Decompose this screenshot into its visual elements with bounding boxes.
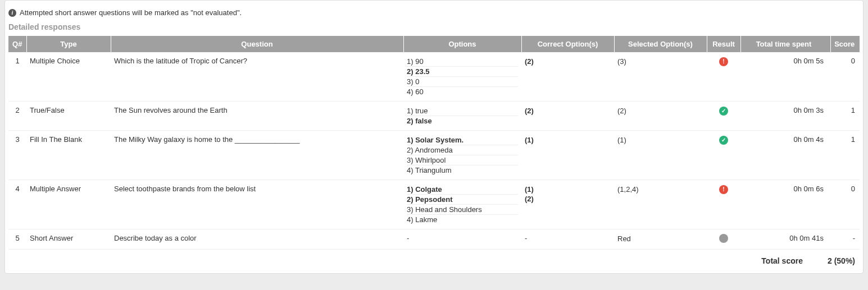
cell-options: - [403, 229, 521, 250]
responses-panel: i Attempted short answer questions will … [4, 0, 864, 274]
header-qnum: Q# [8, 36, 26, 52]
table-row: 1Multiple ChoiceWhich is the latitude of… [8, 52, 860, 102]
total-score-label: Total score [761, 256, 803, 265]
cell-question: Which is the latitude of Tropic of Cance… [111, 52, 403, 102]
header-type: Type [26, 36, 111, 52]
cell-correct: (1)(2) [521, 180, 614, 229]
exclamation-icon: ! [719, 185, 728, 194]
cell-time: 0h 0m 3s [740, 102, 830, 131]
notice: i Attempted short answer questions will … [8, 8, 860, 17]
cell-result: ✓ [707, 131, 740, 180]
cell-result: ! [707, 180, 740, 229]
cell-qnum: 2 [8, 102, 26, 131]
cell-question: Describe today as a color [111, 229, 403, 250]
header-time: Total time spent [740, 36, 830, 52]
total-score-row: Total score 2 (50%) [8, 250, 860, 265]
info-icon: i [8, 9, 16, 17]
option-item: 2) 23.5 [407, 67, 518, 77]
option-item: 4) Lakme [407, 215, 518, 224]
option-item: 2) Pepsodent [407, 195, 518, 205]
cell-type: True/False [26, 102, 111, 131]
table-row: 4Multiple AnswerSelect toothpaste brands… [8, 180, 860, 229]
option-item: 3) Whirlpool [407, 155, 518, 165]
cell-correct: (1) [521, 131, 614, 180]
cell-score: 0 [830, 180, 860, 229]
cell-options: 1) Colgate2) Pepsodent3) Head and Should… [403, 180, 521, 229]
section-title: Detailed responses [8, 22, 860, 31]
cell-time: 0h 0m 5s [740, 52, 830, 102]
cell-selected: (1,2,4) [614, 180, 707, 229]
header-result: Result [707, 36, 740, 52]
cell-selected: (2) [614, 102, 707, 131]
table-row: 5Short AnswerDescribe today as a color--… [8, 229, 860, 250]
total-score-value: 2 (50%) [828, 256, 855, 265]
cell-options: 1) true2) false [403, 102, 521, 131]
cell-time: 0h 0m 41s [740, 229, 830, 250]
table-row: 2True/FalseThe Sun revolves around the E… [8, 102, 860, 131]
cell-result: ✓ [707, 102, 740, 131]
cell-type: Fill In The Blank [26, 131, 111, 180]
cell-time: 0h 0m 6s [740, 180, 830, 229]
exclamation-icon: ! [719, 57, 728, 66]
cell-type: Short Answer [26, 229, 111, 250]
cell-score: 0 [830, 52, 860, 102]
check-icon: ✓ [719, 107, 728, 116]
cell-question: The Milky Way galaxy is home to the ____… [111, 131, 403, 180]
cell-time: 0h 0m 4s [740, 131, 830, 180]
cell-correct: (2) [521, 52, 614, 102]
cell-qnum: 3 [8, 131, 26, 180]
cell-score: 1 [830, 102, 860, 131]
option-item: 1) Solar System. [407, 135, 518, 145]
cell-score: 1 [830, 131, 860, 180]
option-item: 4) Triangulum [407, 165, 518, 175]
option-item: 1) Colgate [407, 185, 518, 195]
cell-selected: (1) [614, 131, 707, 180]
cell-qnum: 1 [8, 52, 26, 102]
cell-result: ! [707, 52, 740, 102]
header-score: Score [830, 36, 860, 52]
option-item: 1) true [407, 106, 518, 116]
pending-icon [719, 234, 728, 243]
option-item: 3) Head and Shoulders [407, 205, 518, 215]
cell-selected: Red [614, 229, 707, 250]
cell-qnum: 4 [8, 180, 26, 229]
table-row: 3Fill In The BlankThe Milky Way galaxy i… [8, 131, 860, 180]
cell-options: 1) Solar System.2) Andromeda3) Whirlpool… [403, 131, 521, 180]
option-item: 3) 0 [407, 77, 518, 87]
header-question: Question [111, 36, 403, 52]
header-selected: Selected Option(s) [614, 36, 707, 52]
check-icon: ✓ [719, 136, 728, 145]
header-options: Options [403, 36, 521, 52]
option-item: 2) false [407, 116, 518, 126]
cell-result [707, 229, 740, 250]
option-item: 4) 60 [407, 87, 518, 96]
cell-selected: (3) [614, 52, 707, 102]
table-header-row: Q# Type Question Options Correct Option(… [8, 36, 860, 52]
cell-question: Select toothpaste brands from the below … [111, 180, 403, 229]
header-correct: Correct Option(s) [521, 36, 614, 52]
cell-type: Multiple Answer [26, 180, 111, 229]
responses-table: Q# Type Question Options Correct Option(… [8, 36, 860, 250]
cell-qnum: 5 [8, 229, 26, 250]
cell-correct: (2) [521, 102, 614, 131]
cell-correct: - [521, 229, 614, 250]
cell-type: Multiple Choice [26, 52, 111, 102]
notice-text: Attempted short answer questions will be… [20, 8, 242, 17]
cell-options: 1) 902) 23.53) 04) 60 [403, 52, 521, 102]
cell-question: The Sun revolves around the Earth [111, 102, 403, 131]
option-item: 2) Andromeda [407, 145, 518, 155]
cell-score: - [830, 229, 860, 250]
option-item: 1) 90 [407, 57, 518, 67]
